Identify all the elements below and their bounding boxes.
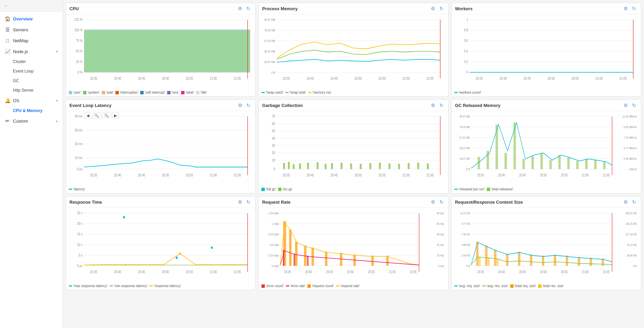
gc-chart-header: Garbage Collection ⚙ ↻ <box>259 100 448 111</box>
svg-text:20:40: 20:40 <box>500 76 507 80</box>
request-rate-settings-button[interactable]: ⚙ <box>430 199 437 205</box>
svg-point-176 <box>176 256 178 259</box>
content-size-settings-button[interactable]: ⚙ <box>622 199 629 205</box>
svg-rect-150 <box>567 158 569 169</box>
legend-user: 'user' <box>69 91 81 94</box>
svg-text:38.15 MB: 38.15 MB <box>460 146 470 150</box>
process-memory-refresh-button[interactable]: ↻ <box>438 5 445 12</box>
svg-text:156.25 KB: 156.25 KB <box>625 222 637 225</box>
svg-text:15 s: 15 s <box>77 232 82 236</box>
main-content: CPU ⚙ ↻ 125 % 100 % 7 <box>63 0 644 328</box>
back-button[interactable]: ← <box>0 0 63 12</box>
sidebar-item-cpumemory[interactable]: CPU & Memory <box>0 106 63 115</box>
gc-released-refresh-button[interactable]: ↻ <box>631 102 638 109</box>
response-time-chart-body: 25 s 20 s 15 s 10 s 5 s 0 µs <box>66 208 255 283</box>
cpu-chart-title: CPU <box>69 6 79 11</box>
svg-text:95.37 MB: 95.37 MB <box>264 18 275 22</box>
workers-refresh-button[interactable]: ↻ <box>631 5 638 12</box>
svg-text:0.75 req/s: 0.75 req/s <box>269 232 279 236</box>
zoom-out-button[interactable]: 🔍 <box>102 112 111 119</box>
workers-chart-actions: ⚙ ↻ <box>622 5 638 12</box>
overview-icon: 🏠 <box>5 16 10 21</box>
gc-chart-title: Garbage Collection <box>262 103 303 108</box>
sidebar-item-nodejs[interactable]: 📈 Node.js ▾ <box>0 46 63 57</box>
cpu-chart-header: CPU ⚙ ↻ <box>66 3 255 14</box>
svg-rect-111 <box>408 163 410 169</box>
legend-error-count-label: 'error count' <box>266 284 284 288</box>
svg-text:0 B: 0 B <box>466 167 470 171</box>
legend-idle: 'idle' <box>196 91 207 94</box>
svg-rect-216 <box>386 256 389 266</box>
workers-settings-button[interactable]: ⚙ <box>622 5 629 12</box>
svg-text:20:55: 20:55 <box>368 270 375 274</box>
svg-text:20:40: 20:40 <box>114 173 121 177</box>
legend-avg-res-size: 'avg. res. size' <box>482 284 508 288</box>
cpu-settings-button[interactable]: ⚙ <box>237 5 244 12</box>
svg-text:20:35: 20:35 <box>283 173 290 177</box>
legend-nice: 'nice' <box>167 91 179 94</box>
workers-chart-title: Workers <box>455 6 473 11</box>
svg-text:20: 20 <box>272 151 275 155</box>
svg-text:7.32 KB: 7.32 KB <box>461 232 470 236</box>
content-size-refresh-button[interactable]: ↻ <box>631 199 638 205</box>
legend-interruption: 'interruption' <box>115 91 138 94</box>
nav-section-main: 🏠 Overview ☰ Servers □ NetMap 📈 Node.js … <box>0 12 63 128</box>
sidebar-item-os[interactable]: 🔔 OS ▾ <box>0 95 63 106</box>
chevron-down-icon: ▾ <box>56 50 58 53</box>
legend-total-released-color <box>487 188 490 191</box>
svg-rect-250 <box>518 252 520 266</box>
back-icon: ← <box>4 3 8 8</box>
sidebar-item-servers[interactable]: ☰ Servers <box>0 24 63 35</box>
cpu-refresh-button[interactable]: ↻ <box>245 5 252 12</box>
sidebar-item-cluster[interactable]: Cluster <box>0 57 63 66</box>
gc-refresh-button[interactable]: ↻ <box>438 102 445 109</box>
response-time-refresh-button[interactable]: ↻ <box>245 199 252 205</box>
sidebar-item-custom[interactable]: ✏ Custom ▸ <box>0 115 63 126</box>
svg-rect-143 <box>504 153 507 169</box>
svg-text:7.15 MB/run: 7.15 MB/run <box>624 136 637 139</box>
legend-released-per-run-label: 'released per run' <box>459 187 485 191</box>
pan-right-button[interactable]: ▶ <box>112 112 119 119</box>
sidebar-item-overview[interactable]: 🏠 Overview <box>0 13 63 24</box>
svg-rect-215 <box>371 256 374 266</box>
sidebar-item-httpserver[interactable]: Http Server <box>0 85 63 95</box>
svg-text:30 ms: 30 ms <box>75 128 82 132</box>
legend-released-per-run: 'released per run' <box>454 187 485 191</box>
svg-rect-97 <box>288 162 290 169</box>
pan-left-button[interactable]: ◀ <box>84 112 91 119</box>
nodejs-icon: 📈 <box>5 49 10 54</box>
process-memory-settings-button[interactable]: ⚙ <box>430 5 437 12</box>
svg-text:21:00: 21:00 <box>403 173 410 177</box>
svg-rect-146 <box>531 156 534 169</box>
svg-text:40 ms: 40 ms <box>75 114 82 118</box>
legend-request-count-color <box>307 284 311 288</box>
legend-heap-total: 'heap total' <box>285 91 306 94</box>
svg-rect-99 <box>299 163 301 169</box>
svg-text:20:50: 20:50 <box>347 270 354 274</box>
request-rate-refresh-button[interactable]: ↻ <box>438 199 445 205</box>
event-loop-settings-button[interactable]: ⚙ <box>237 102 244 109</box>
content-size-chart-actions: ⚙ ↻ <box>622 199 638 205</box>
legend-heap-total-label: 'heap total' <box>290 91 306 94</box>
svg-text:16 req: 16 req <box>437 253 444 257</box>
event-loop-refresh-button[interactable]: ↻ <box>245 102 252 109</box>
charts-row-2: Event Loop Latency ⚙ ↻ ◀ 🔍 🔍 ▶ <box>66 99 641 193</box>
zoom-in-button[interactable]: 🔍 <box>92 112 101 119</box>
response-time-chart-card: Response Time ⚙ ↻ 25 s 20 s 15 s <box>66 196 256 290</box>
sidebar-item-netmap[interactable]: □ NetMap <box>0 35 63 46</box>
legend-response-latency: 'response latency' <box>149 284 181 288</box>
gc-released-settings-button[interactable]: ⚙ <box>622 102 629 109</box>
svg-text:20:40: 20:40 <box>114 76 121 80</box>
legend-total-req-size-color <box>510 284 514 288</box>
svg-point-178 <box>93 264 94 266</box>
svg-text:20:55: 20:55 <box>379 173 386 177</box>
legend-total-req-size: 'total req. size' <box>510 284 536 288</box>
response-time-settings-button[interactable]: ⚙ <box>237 199 244 205</box>
gc-settings-button[interactable]: ⚙ <box>430 102 437 109</box>
sidebar-item-eventloop[interactable]: Event Loop <box>0 66 63 76</box>
svg-rect-100 <box>307 162 309 169</box>
legend-request-count: 'request count' <box>307 284 334 288</box>
svg-text:20:55: 20:55 <box>561 173 568 177</box>
svg-text:21:00: 21:00 <box>210 270 217 274</box>
sidebar-item-gc[interactable]: GC <box>0 76 63 85</box>
